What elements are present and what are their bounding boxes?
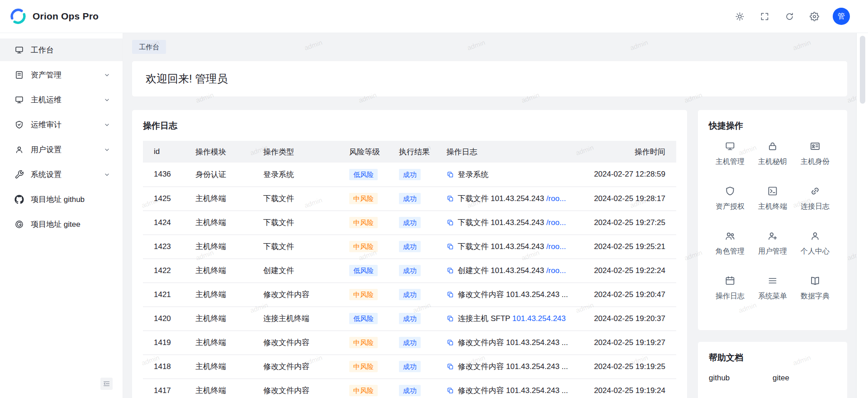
quick-action-shield[interactable]: 资产授权 — [709, 186, 751, 211]
cell-module: 主机终端 — [188, 355, 256, 379]
copy-icon[interactable] — [446, 291, 454, 298]
quick-action-usergroup[interactable]: 角色管理 — [709, 230, 751, 256]
quick-action-label: 操作日志 — [716, 292, 745, 301]
cell-risk: 低风险 — [342, 259, 392, 283]
copy-icon[interactable] — [446, 267, 454, 274]
tab-workbench[interactable]: 工作台 — [132, 40, 166, 54]
cell-module: 主机终端 — [188, 211, 256, 235]
cell-risk: 中风险 — [342, 283, 392, 307]
cell-id: 1419 — [143, 331, 188, 355]
log-link[interactable]: /roo... — [546, 194, 566, 203]
log-link[interactable]: /roo... — [546, 218, 566, 227]
usergroup-icon — [725, 230, 735, 241]
watermark-text: admin — [846, 249, 856, 262]
copy-icon[interactable] — [446, 387, 454, 394]
copy-icon[interactable] — [446, 243, 454, 250]
topbar: Orion Ops Pro 管 — [0, 0, 868, 33]
risk-badge: 中风险 — [349, 385, 378, 396]
log-row: 1417主机终端修改文件内容中风险成功修改文件内容 101.43.254.243… — [143, 379, 676, 398]
quick-action-menu[interactable]: 系统菜单 — [751, 275, 794, 301]
useradd-icon — [767, 230, 778, 241]
refresh-icon[interactable] — [785, 12, 794, 21]
quick-action-lock[interactable]: 主机秘钥 — [751, 141, 794, 167]
settings-icon[interactable] — [810, 12, 819, 21]
copy-icon[interactable] — [446, 171, 454, 178]
copy-icon[interactable] — [446, 363, 454, 370]
sidebar-item-gitee[interactable]: 项目地址 gitee — [0, 213, 123, 235]
cell-time: 2024-02-25 19:19:24 — [586, 379, 676, 398]
sidebar-item-label: 资产管理 — [31, 70, 103, 80]
cell-result: 成功 — [392, 235, 439, 259]
help-link-gitee[interactable]: gitee — [773, 374, 836, 383]
quick-action-idcard[interactable]: 主机身份 — [794, 141, 836, 167]
quick-action-calendar[interactable]: 操作日志 — [709, 275, 751, 301]
risk-badge: 中风险 — [349, 289, 378, 300]
cell-id: 1420 — [143, 307, 188, 331]
sidebar-item-github[interactable]: 项目地址 github — [0, 188, 123, 211]
log-link[interactable]: /roo... — [546, 266, 566, 275]
log-link[interactable]: /roo... — [546, 242, 566, 251]
terminal-icon — [767, 186, 778, 197]
quick-action-terminal[interactable]: 主机终端 — [751, 186, 794, 211]
log-text: 修改文件内容 101.43.254.243 ... — [458, 386, 568, 395]
app-logo-icon — [9, 7, 27, 25]
cell-risk: 中风险 — [342, 379, 392, 398]
user-avatar[interactable]: 管 — [833, 8, 850, 25]
quick-action-useradd[interactable]: 用户管理 — [751, 230, 794, 256]
cell-time: 2024-02-25 19:27:25 — [586, 211, 676, 235]
copy-icon[interactable] — [446, 315, 454, 322]
chevron-down-icon — [103, 96, 111, 104]
help-link-github[interactable]: github — [709, 374, 773, 383]
risk-badge: 中风险 — [349, 337, 378, 348]
risk-badge: 低风险 — [349, 169, 378, 180]
sidebar-item-host-ops[interactable]: 主机运维 — [0, 88, 123, 111]
quick-actions-card: 快捷操作 主机管理主机秘钥主机身份资产授权主机终端连接日志角色管理用户管理个人中… — [698, 110, 847, 330]
cell-result: 成功 — [392, 163, 439, 187]
logs-card: 操作日志 id操作模块操作类型风险等级执行结果操作日志操作时间 1436身份认证… — [132, 110, 687, 398]
quick-action-label: 连接日志 — [801, 202, 830, 211]
fullscreen-icon[interactable] — [760, 12, 769, 21]
cell-module: 主机终端 — [188, 379, 256, 398]
cell-type: 创建文件 — [256, 259, 342, 283]
sidebar-collapse-icon[interactable] — [100, 378, 113, 390]
quick-action-user[interactable]: 个人中心 — [794, 230, 836, 256]
theme-toggle-icon[interactable] — [735, 12, 745, 21]
log-link[interactable]: 101.43.254.243 — [512, 314, 566, 323]
log-text: 下载文件 101.43.254.243 — [458, 194, 544, 203]
cell-result: 成功 — [392, 355, 439, 379]
quick-action-link[interactable]: 连接日志 — [794, 186, 836, 211]
chevron-down-icon — [103, 146, 111, 153]
cell-type: 修改文件内容 — [256, 331, 342, 355]
quick-action-label: 主机秘钥 — [758, 157, 787, 167]
result-badge: 成功 — [399, 217, 421, 228]
cell-type: 连接主机终端 — [256, 307, 342, 331]
cell-result: 成功 — [392, 187, 439, 211]
log-row: 1424主机终端下载文件中风险成功下载文件 101.43.254.243 /ro… — [143, 211, 676, 235]
copy-icon[interactable] — [446, 219, 454, 226]
scrollbar-thumb[interactable] — [860, 36, 865, 104]
lock-icon — [767, 141, 778, 152]
sidebar-item-workbench[interactable]: 工作台 — [0, 38, 123, 61]
copy-icon[interactable] — [446, 339, 454, 346]
log-row: 1423主机终端下载文件中风险成功下载文件 101.43.254.243 /ro… — [143, 235, 676, 259]
right-column: 快捷操作 主机管理主机秘钥主机身份资产授权主机终端连接日志角色管理用户管理个人中… — [698, 110, 847, 398]
cell-module: 主机终端 — [188, 307, 256, 331]
copy-icon[interactable] — [446, 195, 454, 202]
sidebar-item-ops-audit[interactable]: 运维审计 — [0, 113, 123, 136]
quick-action-book[interactable]: 数据字典 — [794, 275, 836, 301]
audit-icon — [14, 120, 24, 129]
quick-actions-grid: 主机管理主机秘钥主机身份资产授权主机终端连接日志角色管理用户管理个人中心操作日志… — [709, 141, 836, 301]
cell-module: 主机终端 — [188, 235, 256, 259]
idcard-icon — [810, 141, 821, 152]
log-text: 下载文件 101.43.254.243 — [458, 242, 544, 251]
sidebar-item-assets[interactable]: 资产管理 — [0, 63, 123, 86]
scrollbar-track[interactable] — [856, 33, 868, 398]
sidebar-item-label: 工作台 — [31, 45, 111, 55]
sidebar-item-system-settings[interactable]: 系统设置 — [0, 163, 123, 186]
cell-result: 成功 — [392, 331, 439, 355]
cell-id: 1425 — [143, 187, 188, 211]
cell-risk: 中风险 — [342, 331, 392, 355]
chevron-down-icon — [103, 121, 111, 129]
quick-action-monitor[interactable]: 主机管理 — [709, 141, 751, 167]
sidebar-item-user-settings[interactable]: 用户设置 — [0, 138, 123, 161]
